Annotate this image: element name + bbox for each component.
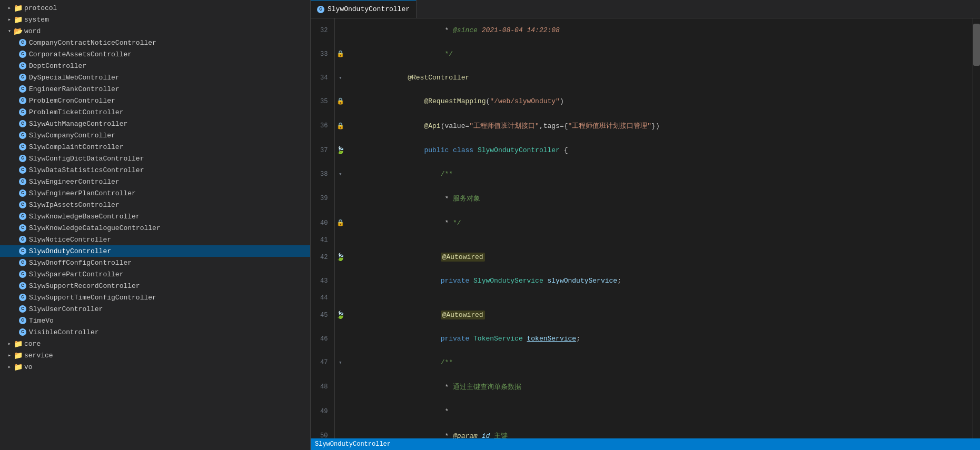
code-content[interactable]: 32 * @since 2021-08-04 14:22:08 33 🔒 (311, 18, 973, 438)
sidebar-item-ProblemCronController[interactable]: C ProblemCronController (0, 95, 310, 106)
sidebar-label: SlywComplaintController (29, 143, 123, 151)
line-gutter: 🔒 (334, 211, 346, 235)
sidebar-item-SlywUserController[interactable]: C SlywUserController (0, 303, 310, 315)
sidebar-item-SlywKnowledgeCatalogueController[interactable]: C SlywKnowledgeCatalogueController (0, 222, 310, 234)
line-gutter: 🍃 (334, 138, 346, 162)
line-content: @Autowired (346, 303, 973, 327)
sidebar-item-word[interactable]: 📂 word (0, 25, 310, 37)
line-content: private TokenService tokenService; (346, 327, 973, 351)
sidebar-item-SlywOnoffConfigController[interactable]: C SlywOnoffConfigController (0, 257, 310, 268)
sidebar-item-SlywComplaintController[interactable]: C SlywComplaintController (0, 141, 310, 153)
sidebar-label: SlywConfigDictDataController (29, 155, 144, 163)
sidebar-item-service[interactable]: 📁 service (0, 349, 310, 361)
gutter-lock-icon: 🔒 (336, 219, 344, 227)
sidebar-label: SlywIpAssetsController (29, 201, 120, 209)
line-content: @Autowired (346, 245, 973, 269)
file-tree[interactable]: 📁 protocol 📁 system 📂 word C CompanyCont… (0, 0, 311, 450)
sidebar-item-TimeVo[interactable]: C TimeVo (0, 315, 310, 326)
gutter-lock-icon: 🔒 (336, 98, 344, 105)
sidebar-item-SlywSparePartController[interactable]: C SlywSparePartController (0, 268, 310, 280)
sidebar-item-CompanyContractNoticeController[interactable]: C CompanyContractNoticeController (0, 37, 310, 48)
sidebar-label: SlywEngineerPlanController (29, 189, 136, 197)
tab-SlywOndutyController[interactable]: C SlywOndutyController (311, 0, 417, 18)
line-content (346, 235, 973, 245)
class-icon: C (19, 51, 26, 58)
class-icon: C (19, 178, 26, 185)
sidebar-item-SlywConfigDictDataController[interactable]: C SlywConfigDictDataController (0, 153, 310, 164)
sidebar-item-EngineerRankController[interactable]: C EngineerRankController (0, 83, 310, 95)
sidebar-item-CorporateAssetsController[interactable]: C CorporateAssetsController (0, 48, 310, 60)
sidebar-item-core[interactable]: 📁 core (0, 338, 310, 349)
class-icon: C (19, 271, 26, 278)
sidebar-item-SlywIpAssetsController[interactable]: C SlywIpAssetsController (0, 199, 310, 211)
sidebar-item-SlywSupportTimeConfigController[interactable]: C SlywSupportTimeConfigController (0, 292, 310, 303)
folder-icon-word: 📂 (14, 27, 22, 35)
line-number: 38 (311, 162, 334, 186)
sidebar-item-SlywNoticeController[interactable]: C SlywNoticeController (0, 234, 310, 245)
sidebar-item-ProblemTicketController[interactable]: C ProblemTicketController (0, 106, 310, 118)
sidebar-item-VisibleController[interactable]: C VisibleController (0, 326, 310, 338)
status-bar: SlywOndutyController (311, 438, 980, 450)
line-number: 35 (311, 89, 334, 113)
scrollbar-track[interactable] (973, 18, 980, 438)
line-number: 42 (311, 245, 334, 269)
code-table: 32 * @since 2021-08-04 14:22:08 33 🔒 (311, 18, 973, 438)
class-icon: C (19, 143, 26, 151)
sidebar-label: SlywSupportTimeConfigController (29, 294, 156, 302)
sidebar-label: ProblemCronController (29, 97, 115, 105)
line-number: 50 (311, 423, 334, 438)
sidebar-item-SlywEngineerPlanController[interactable]: C SlywEngineerPlanController (0, 187, 310, 199)
class-icon: C (19, 62, 26, 69)
fold-icon[interactable] (339, 75, 342, 81)
class-icon: C (19, 166, 26, 174)
table-row: 50 * @param id 主键 (311, 423, 973, 438)
sidebar-label-core: core (24, 340, 41, 348)
class-icon: C (19, 97, 26, 104)
sidebar-label: CompanyContractNoticeController (29, 39, 156, 47)
line-gutter (334, 423, 346, 438)
line-number: 40 (311, 211, 334, 235)
sidebar-item-DeptController[interactable]: C DeptController (0, 60, 310, 72)
sidebar-item-SlywDataStatisticsController[interactable]: C SlywDataStatisticsController (0, 164, 310, 176)
sidebar-item-SlywKnowledgeBaseController[interactable]: C SlywKnowledgeBaseController (0, 211, 310, 222)
line-gutter (334, 235, 346, 245)
sidebar-label: SlywKnowledgeBaseController (29, 213, 140, 221)
sidebar-item-SlywCompanyController[interactable]: C SlywCompanyController (0, 129, 310, 141)
table-row: 41 (311, 235, 973, 245)
sidebar-label: DeptController (29, 62, 86, 70)
line-content: * @param id 主键 (346, 423, 973, 438)
table-row: 44 (311, 293, 973, 303)
sidebar-label: SlywCompanyController (29, 132, 115, 139)
line-content: * */ (346, 211, 973, 235)
class-icon: C (19, 282, 26, 289)
table-row: 42 🍃 @Autowired (311, 245, 973, 269)
class-icon: C (19, 224, 26, 232)
sidebar-item-SlywSupportRecordController[interactable]: C SlywSupportRecordController (0, 280, 310, 292)
line-number: 41 (311, 235, 334, 245)
sidebar-item-SlywOndutyController[interactable]: C SlywOndutyController (0, 245, 310, 257)
folder-icon-vo: 📁 (14, 363, 22, 371)
line-number: 39 (311, 186, 334, 211)
class-icon: C (19, 132, 26, 139)
class-icon: C (19, 74, 26, 81)
sidebar-item-protocol[interactable]: 📁 protocol (0, 2, 310, 14)
line-content: /** (346, 162, 973, 186)
gutter-lock-icon: 🔒 (336, 51, 344, 58)
class-icon: C (19, 85, 26, 93)
line-number: 34 (311, 66, 334, 89)
line-content: public class SlywOndutyController { (346, 138, 973, 162)
line-number: 46 (311, 327, 334, 351)
sidebar-item-SlywEngineerController[interactable]: C SlywEngineerController (0, 176, 310, 187)
sidebar-item-system[interactable]: 📁 system (0, 14, 310, 25)
sidebar-label: TimeVo (29, 317, 54, 325)
sidebar-item-DySpecialWebController[interactable]: C DySpecialWebController (0, 72, 310, 83)
class-icon-active: C (19, 247, 26, 255)
fold-icon[interactable] (339, 359, 342, 366)
sidebar-label-system: system (24, 16, 49, 24)
line-gutter (334, 374, 346, 399)
sidebar-item-vo[interactable]: 📁 vo (0, 361, 310, 373)
fold-icon[interactable] (339, 171, 342, 177)
line-content: * 通过主键查询单条数据 (346, 374, 973, 399)
sidebar-item-SlywAuthManageController[interactable]: C SlywAuthManageController (0, 118, 310, 129)
scrollbar-thumb[interactable] (973, 24, 980, 66)
